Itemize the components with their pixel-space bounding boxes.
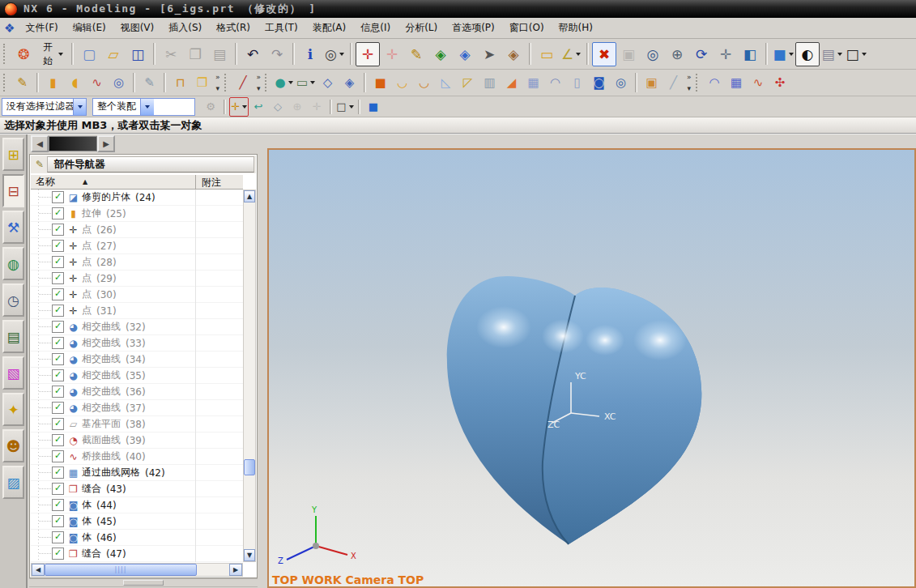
pan-view-icon[interactable]: ✛ bbox=[714, 42, 738, 66]
feature-checkbox[interactable]: ✓ bbox=[52, 321, 64, 333]
tree-row[interactable]: ✓✛点(29) bbox=[31, 271, 243, 287]
wire-sphere-icon[interactable]: ◈ bbox=[339, 72, 360, 94]
tree-row[interactable]: ✓✛点(28) bbox=[31, 254, 243, 271]
feature-checkbox[interactable]: ✓ bbox=[52, 337, 64, 349]
tree-row[interactable]: ✓❐缝合(43) bbox=[31, 481, 243, 497]
erase-icon[interactable]: ◇ bbox=[268, 97, 288, 117]
feature-checkbox[interactable]: ✓ bbox=[52, 434, 64, 446]
graphics-viewport[interactable]: YC XC ZC Y X Z TOP WORK Camera TOP bbox=[267, 148, 916, 588]
measure-distance-icon[interactable]: ▭ bbox=[535, 42, 559, 66]
feature-checkbox[interactable]: ✓ bbox=[52, 272, 64, 284]
roles-tab[interactable]: ☻ bbox=[2, 429, 24, 462]
pocket-icon[interactable]: ◎ bbox=[610, 72, 632, 94]
menu-assemblies[interactable]: 装配(A) bbox=[305, 19, 354, 37]
tree-row[interactable]: ✓✛点(27) bbox=[31, 238, 243, 254]
tree-row[interactable]: ✓◙体(45) bbox=[31, 513, 243, 530]
tree-row[interactable]: ✓❐缝合(47) bbox=[31, 546, 243, 562]
cylinders-icon[interactable]: ▯ bbox=[566, 72, 588, 94]
wizards-tab[interactable]: ✦ bbox=[2, 393, 24, 426]
menu-view[interactable]: 视图(V) bbox=[113, 19, 162, 37]
feature-checkbox[interactable]: ✓ bbox=[52, 207, 64, 219]
rect-select-icon[interactable]: □ bbox=[335, 97, 355, 117]
tree-row[interactable]: ✓∿桥接曲线(40) bbox=[31, 449, 243, 465]
tree-row[interactable]: ✓◕相交曲线(35) bbox=[31, 368, 243, 384]
block-icon[interactable]: ■ bbox=[369, 72, 391, 94]
pattern-icon[interactable]: ❐ bbox=[191, 72, 213, 94]
feature-checkbox[interactable]: ✓ bbox=[52, 531, 64, 543]
measure-angle-icon[interactable]: ∠ bbox=[559, 42, 583, 66]
surface-overflow[interactable]: »▾ bbox=[687, 73, 692, 92]
step-back-icon[interactable]: ↩ bbox=[249, 97, 268, 117]
zoom-box-icon[interactable]: ▣ bbox=[616, 42, 641, 66]
navigator-vertical-scrollbar[interactable]: ▲ ▼ bbox=[243, 190, 256, 562]
title-bar[interactable]: NX 6 - Modeling - [6_igs.prt （修改的） ] bbox=[0, 0, 916, 18]
save-icon[interactable]: ◫ bbox=[126, 42, 150, 66]
menu-help[interactable]: 帮助(H) bbox=[552, 19, 600, 37]
tree-row[interactable]: ✓▦通过曲线网格(42) bbox=[31, 465, 243, 481]
nx-logo-icon[interactable]: ❂ bbox=[11, 42, 36, 66]
splitter-grip[interactable] bbox=[123, 580, 164, 586]
datum-plane-tool-icon[interactable]: ▭ bbox=[295, 72, 317, 94]
menu-information[interactable]: 信息(I) bbox=[353, 19, 398, 37]
cut-icon[interactable]: ✂ bbox=[159, 42, 183, 66]
tree-row[interactable]: ✓◕相交曲线(34) bbox=[31, 352, 243, 368]
trim-body-icon[interactable]: ◖ bbox=[64, 72, 86, 94]
curve-axes-icon[interactable]: ✣ bbox=[769, 72, 791, 94]
tree-row[interactable]: ✓◕相交曲线(33) bbox=[31, 335, 243, 352]
scenes-tab[interactable]: ▨ bbox=[2, 466, 24, 499]
sheet-edit-icon[interactable]: ✎ bbox=[138, 72, 160, 94]
menu-edit[interactable]: 编辑(E) bbox=[66, 19, 113, 37]
tree-row[interactable]: ✓◕相交曲线(32) bbox=[31, 319, 243, 335]
redo-icon[interactable]: ↷ bbox=[265, 42, 289, 66]
feature-checkbox[interactable]: ✓ bbox=[52, 288, 64, 300]
menu-insert[interactable]: 插入(S) bbox=[161, 19, 209, 37]
find-icon[interactable]: ◎ bbox=[322, 42, 347, 66]
feature-checkbox[interactable]: ✓ bbox=[52, 305, 64, 317]
panel-splitter[interactable] bbox=[29, 578, 258, 587]
tree-row[interactable]: ✓◔截面曲线(39) bbox=[31, 432, 243, 449]
zoom-inout-icon[interactable]: ⊕ bbox=[665, 42, 689, 66]
paste-icon[interactable]: ▤ bbox=[207, 42, 232, 66]
gold-sheet-icon[interactable]: ◡ bbox=[391, 72, 413, 94]
menu-file[interactable]: 文件(F) bbox=[18, 19, 65, 37]
sort-ascending-icon[interactable]: ▲ bbox=[83, 178, 87, 185]
tree-row[interactable]: ✓▱基准平面(38) bbox=[31, 416, 243, 432]
selection-scope-dropdown-button[interactable] bbox=[140, 99, 154, 115]
pager-slider[interactable] bbox=[49, 136, 97, 151]
copy-diamond-icon[interactable]: ◈ bbox=[453, 42, 477, 66]
feature-checkbox[interactable]: ✓ bbox=[52, 483, 64, 495]
open-folder-icon[interactable]: ▱ bbox=[101, 42, 126, 66]
background-color-icon[interactable]: □ bbox=[844, 42, 868, 66]
shaded-view-icon[interactable]: ■ bbox=[771, 42, 795, 66]
scroll-up-button[interactable]: ▲ bbox=[244, 190, 255, 202]
feature-checkbox[interactable]: ✓ bbox=[52, 256, 64, 268]
angled-sheet-icon[interactable]: ◺ bbox=[435, 72, 457, 94]
assembly-navigator-tab[interactable]: ⊞ bbox=[2, 138, 24, 171]
feature-checkbox[interactable]: ✓ bbox=[52, 353, 64, 365]
drag-icon[interactable]: ✛ bbox=[307, 97, 326, 117]
perspective-icon[interactable]: ◧ bbox=[738, 42, 762, 66]
feature-checkbox[interactable]: ✓ bbox=[52, 515, 64, 527]
start-button[interactable]: 开始 bbox=[36, 42, 68, 66]
feature-checkbox[interactable]: ✓ bbox=[52, 224, 64, 236]
tree-row[interactable]: ✓◙体(46) bbox=[31, 530, 243, 546]
new-file-icon[interactable]: ▢ bbox=[77, 42, 101, 66]
reuse-library-tab[interactable]: ⚒ bbox=[2, 211, 24, 244]
emboss-body-icon[interactable]: ⊓ bbox=[169, 72, 191, 94]
info-icon[interactable]: ℹ bbox=[298, 42, 322, 66]
horizontal-scroll-thumb[interactable]: |||| bbox=[45, 564, 197, 576]
feature-checkbox[interactable]: ✓ bbox=[52, 191, 64, 203]
datum-axis-icon[interactable]: ✛ bbox=[380, 42, 404, 66]
menu-window[interactable]: 窗口(O) bbox=[502, 19, 552, 37]
sketch-icon[interactable]: ✎ bbox=[11, 72, 33, 94]
scroll-down-button[interactable]: ▼ bbox=[244, 549, 255, 561]
feature-checkbox[interactable]: ✓ bbox=[52, 467, 64, 479]
part-navigator-title[interactable]: 部件导航器 bbox=[47, 156, 254, 173]
selection-filter-dropdown-button[interactable] bbox=[73, 99, 86, 115]
tree-row[interactable]: ✓✛点(30) bbox=[31, 287, 243, 303]
column-note[interactable]: 附注 bbox=[196, 175, 243, 189]
cursor-diamond-icon[interactable]: ➤ bbox=[477, 42, 501, 66]
sphere-pencil-icon[interactable]: ✎ bbox=[404, 42, 428, 66]
layer-settings-icon[interactable]: ▤ bbox=[820, 42, 844, 66]
feature-checkbox[interactable]: ✓ bbox=[52, 386, 64, 398]
